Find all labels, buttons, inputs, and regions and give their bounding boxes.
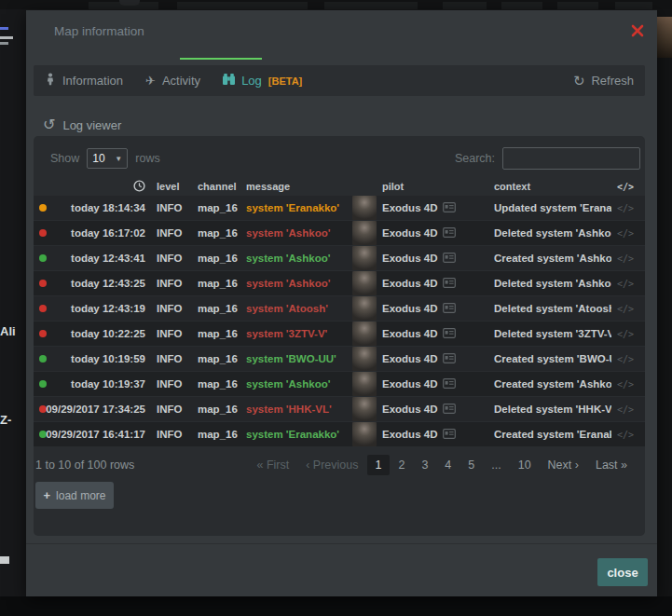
tab-log[interactable]: Log [BETA] — [223, 74, 302, 88]
close-icon[interactable] — [631, 24, 644, 37]
id-card-icon[interactable] — [443, 353, 456, 365]
table-row[interactable]: today 10:19:59 INFO map_16 system 'BWO-U… — [34, 347, 645, 371]
chevron-down-icon: ▼ — [115, 155, 122, 163]
code-cell[interactable]: </> — [611, 378, 645, 390]
show-label: Show — [50, 152, 79, 165]
id-card-icon[interactable] — [443, 227, 456, 240]
pagination-first[interactable]: « First — [248, 455, 297, 475]
context-cell: Deleted system 'Ashkoo' ... — [482, 227, 611, 239]
table-row[interactable]: today 18:14:34 INFO map_16 system 'Erana… — [34, 196, 645, 220]
status-cell — [34, 204, 52, 212]
plane-icon: ✈ — [145, 75, 156, 87]
pilot-avatar — [352, 221, 377, 245]
code-cell[interactable]: </> — [611, 303, 645, 314]
pilot-name: Exodus 4D — [382, 353, 437, 364]
table-row[interactable]: today 12:43:25 INFO map_16 system 'Ashko… — [34, 271, 645, 295]
code-icon: </> — [617, 228, 634, 239]
id-card-icon[interactable] — [443, 278, 456, 290]
code-icon: </> — [617, 203, 634, 213]
pilot-name: Exodus 4D — [382, 278, 437, 289]
pagination-previous[interactable]: ‹ Previous — [297, 455, 366, 475]
table-controls: Show 10 ▼ rows Search: — [34, 136, 645, 170]
pagination-page-3[interactable]: 3 — [413, 455, 436, 475]
pagination-summary: 1 to 10 of 100 rows — [35, 459, 134, 472]
code-cell[interactable]: </> — [611, 328, 645, 339]
level-cell: INFO — [145, 303, 187, 314]
avatar-cell — [350, 372, 379, 396]
id-card-icon[interactable] — [443, 378, 456, 390]
table-body: today 18:14:34 INFO map_16 system 'Erana… — [34, 196, 645, 446]
channel-cell: map_16 — [187, 353, 237, 364]
background-decoration — [443, 2, 487, 9]
status-cell — [34, 380, 52, 388]
context-column-header[interactable]: context — [482, 181, 611, 192]
code-cell[interactable]: </> — [611, 278, 645, 289]
table-row[interactable]: today 10:22:25 INFO map_16 system '3ZTV-… — [34, 322, 645, 346]
id-card-icon[interactable] — [443, 202, 456, 214]
pilot-column-header[interactable]: pilot — [379, 181, 482, 192]
pagination-last[interactable]: Last » — [587, 455, 636, 475]
id-card-icon[interactable] — [443, 253, 456, 265]
status-dot-icon — [39, 204, 47, 212]
table-row[interactable]: today 12:43:19 INFO map_16 system 'Atoos… — [34, 296, 645, 321]
tab-activity[interactable]: ✈ Activity — [145, 74, 200, 88]
pilot-name: Exodus 4D — [382, 253, 437, 264]
id-card-icon[interactable] — [443, 328, 456, 340]
load-more-button[interactable]: + load more — [35, 482, 114, 509]
pilot-cell: Exodus 4D — [379, 353, 482, 365]
code-icon: </> — [617, 253, 634, 264]
table-row[interactable]: 09/29/2017 17:34:25 INFO map_16 system '… — [34, 397, 645, 421]
id-card-icon[interactable] — [443, 404, 456, 416]
pagination-page-4[interactable]: 4 — [436, 455, 459, 475]
id-card-icon[interactable] — [443, 429, 456, 441]
id-card-icon[interactable] — [443, 303, 456, 315]
tab-bar: Information ✈ Activity Log [BETA] ↻ Refr… — [34, 65, 645, 96]
pilot-name: Exodus 4D — [382, 303, 437, 314]
code-cell[interactable]: </> — [611, 227, 645, 239]
pagination-page-5[interactable]: 5 — [459, 455, 483, 475]
pilot-avatar — [352, 196, 377, 220]
timestamp-column-header[interactable] — [52, 180, 145, 194]
pagination-controls: « First ‹ Previous 12345...10 Next › Las… — [248, 455, 636, 475]
code-icon: </> — [617, 304, 634, 314]
pagination-page-10[interactable]: 10 — [510, 455, 540, 475]
pagination-next[interactable]: Next › — [540, 455, 587, 475]
log-viewer-panel: Show 10 ▼ rows Search: — [34, 136, 645, 536]
tab-information[interactable]: Information — [45, 73, 123, 89]
code-cell[interactable]: </> — [611, 202, 645, 213]
table-row[interactable]: 09/29/2017 16:41:17 INFO map_16 system '… — [34, 422, 645, 446]
code-icon: </> — [617, 279, 634, 289]
code-cell[interactable]: </> — [611, 429, 645, 440]
message-cell: system 'Ashkoo' — [237, 378, 350, 390]
page-size-select[interactable]: 10 ▼ — [87, 148, 128, 169]
close-button[interactable]: close — [597, 558, 648, 586]
pagination-page-1[interactable]: 1 — [367, 455, 391, 475]
channel-column-header[interactable]: channel — [187, 181, 237, 192]
context-cell: Created system 'BWO-UU'... — [482, 353, 611, 364]
message-column-header[interactable]: message — [237, 181, 350, 192]
table-row[interactable]: today 16:17:02 INFO map_16 system 'Ashko… — [34, 221, 645, 245]
message-cell: system 'Ashkoo' — [237, 278, 350, 289]
level-column-header[interactable]: level — [145, 181, 187, 192]
background-portrait-sliver — [657, 17, 672, 58]
pilot-name: Exodus 4D — [382, 404, 437, 415]
pagination-ellipsis[interactable]: ... — [483, 455, 509, 475]
refresh-button[interactable]: ↻ Refresh — [573, 74, 634, 88]
table-row[interactable]: today 12:43:41 INFO map_16 system 'Ashko… — [34, 246, 645, 270]
code-icon: </> — [617, 354, 634, 364]
status-dot-icon — [39, 305, 47, 312]
message-cell: system '3ZTV-V' — [237, 328, 350, 339]
level-cell: INFO — [145, 328, 187, 339]
pagination-page-2[interactable]: 2 — [390, 455, 413, 475]
search-input[interactable] — [502, 147, 640, 170]
background-decoration — [324, 2, 418, 9]
level-cell: INFO — [145, 378, 187, 390]
code-cell[interactable]: </> — [611, 404, 645, 415]
channel-cell: map_16 — [187, 278, 237, 289]
timestamp-cell: today 12:43:19 — [52, 303, 145, 314]
avatar-cell — [350, 322, 379, 346]
table-row[interactable]: today 10:19:37 INFO map_16 system 'Ashko… — [34, 372, 645, 396]
code-cell[interactable]: </> — [611, 353, 645, 364]
beta-badge: [BETA] — [268, 75, 302, 87]
code-cell[interactable]: </> — [611, 253, 645, 264]
